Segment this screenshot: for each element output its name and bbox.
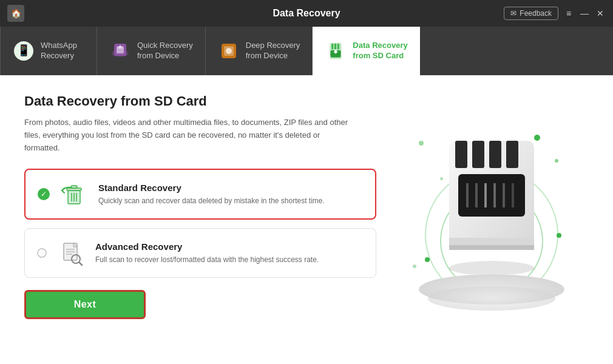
right-panel (395, 93, 589, 346)
svg-rect-12 (334, 44, 336, 49)
page-title: Data Recovery from SD Card (24, 93, 376, 109)
minimize-button[interactable]: — (579, 8, 590, 19)
standard-recovery-title: Standard Recovery (98, 183, 325, 193)
app-title: Data Recovery (273, 8, 340, 19)
standard-recovery-card[interactable]: ✓ Standard Recovery (24, 169, 376, 220)
advanced-recovery-text: Advanced Recovery Full scan to recover l… (95, 241, 319, 265)
card-tab-label: Data Recoveryfrom SD Card (353, 41, 407, 61)
svg-rect-32 (506, 141, 518, 168)
nav-tabs: 📱 WhatsAppRecovery Quick Recoveryfrom De… (0, 27, 613, 75)
tab-whatsapp[interactable]: 📱 WhatsAppRecovery (0, 27, 97, 75)
close-button[interactable]: ✕ (595, 8, 606, 19)
main-content: Data Recovery from SD Card From photos, … (0, 75, 613, 364)
advanced-recovery-card[interactable]: ✓ Advanced Recovery Full sca (24, 228, 376, 278)
whatsapp-tab-label: WhatsAppRecovery (41, 41, 77, 61)
page-description: From photos, audio files, videos and oth… (24, 116, 352, 154)
svg-rect-41 (449, 245, 534, 250)
svg-rect-31 (489, 141, 501, 168)
feedback-label: Feedback (520, 9, 552, 18)
feedback-button[interactable]: ✉ Feedback (504, 7, 558, 20)
card-tab-icon (325, 40, 347, 62)
decor-dot-2 (555, 159, 558, 163)
svg-rect-13 (337, 44, 339, 49)
whatsapp-tab-icon: 📱 (13, 40, 35, 62)
svg-text:📱: 📱 (17, 44, 31, 57)
next-button-wrap: Next (24, 290, 376, 319)
advanced-recovery-title: Advanced Recovery (95, 241, 319, 252)
advanced-recovery-desc: Full scan to recover lost/formatted data… (95, 254, 319, 265)
left-panel: Data Recovery from SD Card From photos, … (24, 93, 395, 346)
menu-button[interactable]: ≡ (563, 8, 574, 19)
deep-tab-icon (218, 40, 240, 62)
quick-tab-label: Quick Recoveryfrom Device (137, 41, 193, 61)
tab-deep[interactable]: Deep Recoveryfrom Device (206, 27, 313, 75)
advanced-recovery-icon (56, 238, 86, 268)
tab-quick[interactable]: Quick Recoveryfrom Device (97, 27, 206, 75)
svg-rect-30 (472, 141, 484, 168)
svg-line-26 (79, 262, 82, 265)
svg-point-8 (226, 48, 232, 54)
standard-recovery-icon (59, 180, 89, 209)
ring-dot-2 (557, 233, 561, 238)
title-bar-left: 🏠 (7, 5, 24, 22)
quick-tab-icon (109, 40, 131, 62)
standard-recovery-desc: Quickly scan and recover data deleted by… (98, 195, 325, 206)
check-icon-standard: ✓ (38, 188, 50, 200)
title-bar-right: ✉ Feedback ≡ — ✕ (504, 7, 606, 20)
title-bar: 🏠 Data Recovery ✉ Feedback ≡ — ✕ (0, 0, 613, 27)
svg-rect-29 (455, 141, 467, 168)
svg-rect-11 (332, 44, 334, 49)
decor-dot-1 (419, 141, 424, 146)
tab-card[interactable]: Data Recoveryfrom SD Card (313, 27, 419, 75)
svg-point-27 (449, 261, 534, 274)
radio-advanced (37, 248, 47, 258)
platform-base-2 (428, 286, 555, 311)
sd-illustration (407, 123, 577, 317)
home-button[interactable]: 🏠 (7, 5, 24, 22)
sd-card-svg (431, 129, 552, 274)
deep-tab-label: Deep Recoveryfrom Device (246, 41, 300, 61)
decor-dot-4 (413, 265, 416, 268)
next-button[interactable]: Next (24, 290, 146, 319)
mail-icon: ✉ (510, 9, 516, 18)
standard-recovery-text: Standard Recovery Quickly scan and recov… (98, 183, 325, 206)
ring-dot-1 (425, 257, 430, 262)
